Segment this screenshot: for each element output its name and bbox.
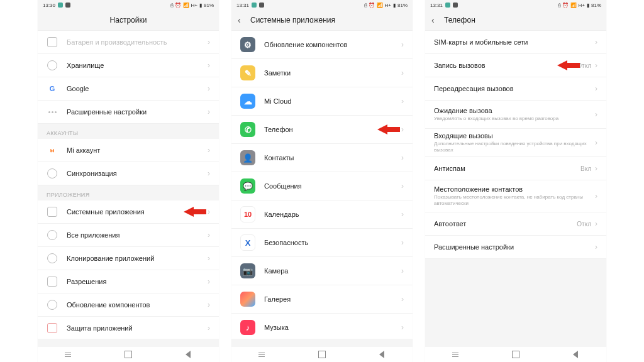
row-clone-apps[interactable]: Клонирование приложений› [38, 247, 219, 270]
chevron-right-icon: › [401, 40, 404, 49]
row-google[interactable]: GGoogle› [38, 77, 219, 101]
page-title: Системные приложения [250, 16, 335, 25]
row-permissions[interactable]: Разрешения› [38, 270, 219, 293]
row-app-lock[interactable]: Защита приложений› [38, 317, 219, 339]
app-row[interactable]: ☁Mi Cloud› [231, 87, 413, 116]
app-icon: 📷 [240, 263, 255, 278]
status-net: H+ [579, 3, 585, 8]
status-batt-icon: ▮ [587, 3, 589, 8]
sync-icon [47, 168, 58, 179]
row-all-apps[interactable]: Все приложения› [38, 224, 219, 247]
chevron-right-icon: › [595, 164, 597, 173]
row-contact-location[interactable]: Местоположение контактовПоказывать место… [425, 180, 606, 212]
row-incoming[interactable]: Входящие вызовыДополнительные настройки … [425, 129, 606, 157]
header: ‹ Телефон [425, 10, 606, 31]
nav-home[interactable] [511, 350, 520, 359]
status-indicator-icon [259, 3, 264, 8]
status-bar: 13:30 ⎙ ⏰ 📶H+▮81% [38, 0, 219, 10]
nav-home[interactable] [318, 350, 326, 359]
app-row[interactable]: ⚙Обновление компонентов› [231, 31, 413, 59]
status-batt-icon: ▮ [393, 3, 396, 8]
chevron-right-icon: › [401, 69, 404, 77]
row-battery[interactable]: Батарея и производительность› [38, 31, 219, 54]
status-net: H+ [385, 3, 391, 8]
system-apps-icon [47, 206, 58, 217]
chevron-right-icon: › [401, 266, 404, 275]
nav-back[interactable] [572, 350, 580, 359]
nav-back[interactable] [378, 350, 387, 359]
highlight-arrow-icon [184, 207, 206, 217]
chevron-right-icon: › [595, 192, 597, 200]
app-row[interactable]: Галерея› [231, 285, 413, 314]
nav-bar [38, 347, 219, 362]
status-time: 13:31 [430, 3, 443, 8]
row-antispam[interactable]: АнтиспамВкл› [425, 157, 606, 180]
nav-back[interactable] [184, 350, 193, 359]
row-sync[interactable]: Синхронизация› [38, 162, 219, 185]
status-icons: ⎙ ⏰ 📶 [558, 3, 576, 8]
chevron-right-icon: › [208, 324, 210, 332]
chevron-right-icon: › [208, 277, 210, 286]
row-advanced[interactable]: Расширенные настройки› [38, 101, 219, 124]
gallery-icon [240, 292, 255, 307]
status-indicator-icon [58, 3, 63, 8]
status-batt: 81% [397, 3, 408, 8]
phone-settings: 13:30 ⎙ ⏰ 📶H+▮81% Настройки Батарея и пр… [38, 0, 219, 362]
chevron-right-icon: › [208, 169, 210, 178]
section-apps: ПРИЛОЖЕНИЯ [38, 185, 219, 200]
row-forwarding[interactable]: Переадресация вызовов› [425, 77, 606, 101]
chevron-right-icon: › [401, 210, 404, 219]
status-indicator-icon [65, 3, 70, 8]
settings-list[interactable]: Батарея и производительность› Хранилище›… [38, 31, 219, 339]
chevron-right-icon: › [208, 38, 210, 47]
apps-list[interactable]: ⚙Обновление компонентов›✎Заметки›☁Mi Clo… [231, 31, 413, 339]
app-row[interactable]: ♪Музыка› [231, 314, 413, 339]
status-icons: ⎙ ⏰ 📶 [364, 3, 382, 8]
nav-recents[interactable] [451, 350, 460, 359]
row-call-waiting[interactable]: Ожидание вызоваУведомлять о входящих выз… [425, 101, 606, 129]
row-system-apps[interactable]: Системные приложения› [38, 200, 219, 224]
chevron-right-icon: › [595, 61, 597, 70]
row-mi-account[interactable]: ⲙMi аккаунт› [38, 139, 219, 162]
app-icon: ☁ [240, 94, 255, 109]
chevron-right-icon: › [208, 107, 210, 116]
nav-recents[interactable] [64, 350, 72, 359]
chevron-right-icon: › [595, 84, 597, 93]
app-row[interactable]: 👤Контакты› [231, 144, 413, 172]
chevron-right-icon: › [208, 146, 210, 155]
phone-phone-settings: 13:31 ⎙ ⏰ 📶H+▮81% ‹ Телефон SIM-карты и … [425, 0, 606, 362]
app-row[interactable]: XБезопасность› [231, 229, 413, 257]
row-update-components[interactable]: Обновление компонентов› [38, 293, 219, 317]
row-sim[interactable]: SIM-карты и мобильные сети› [425, 31, 606, 54]
header: ‹ Системные приложения [231, 10, 413, 31]
status-indicator-icon [252, 3, 257, 8]
back-button[interactable]: ‹ [431, 15, 435, 25]
chevron-right-icon: › [208, 300, 210, 309]
update-icon [47, 299, 58, 310]
app-row[interactable]: 💬Сообщения› [231, 172, 413, 200]
status-time: 13:31 [236, 3, 249, 8]
app-row[interactable]: ✆Телефон› [231, 116, 413, 144]
phone-settings-list[interactable]: SIM-карты и мобильные сети› Запись вызов… [425, 31, 606, 339]
app-row[interactable]: 📷Камера› [231, 257, 413, 285]
chevron-right-icon: › [401, 238, 404, 247]
nav-home[interactable] [124, 350, 133, 359]
nav-recents[interactable] [257, 350, 266, 359]
row-auto-answer[interactable]: АвтоответОткл› [425, 212, 606, 236]
storage-icon [47, 60, 58, 71]
status-bar: 13:31 ⎙ ⏰ 📶H+▮81% [425, 0, 606, 10]
highlight-arrow-icon [377, 124, 400, 134]
row-storage[interactable]: Хранилище› [38, 54, 219, 77]
row-advanced[interactable]: Расширенные настройки› [425, 236, 606, 259]
back-button[interactable]: ‹ [238, 15, 241, 25]
shield-icon [47, 322, 58, 334]
nav-bar [425, 347, 606, 362]
app-row[interactable]: 10Календарь› [231, 200, 413, 229]
chevron-right-icon: › [401, 295, 404, 304]
clone-icon [47, 253, 58, 264]
chevron-right-icon: › [208, 254, 210, 263]
app-row[interactable]: ✎Заметки› [231, 59, 413, 87]
row-call-recording[interactable]: Запись вызововОткл› [425, 54, 606, 77]
chevron-right-icon: › [208, 84, 210, 93]
chevron-right-icon: › [595, 219, 597, 228]
